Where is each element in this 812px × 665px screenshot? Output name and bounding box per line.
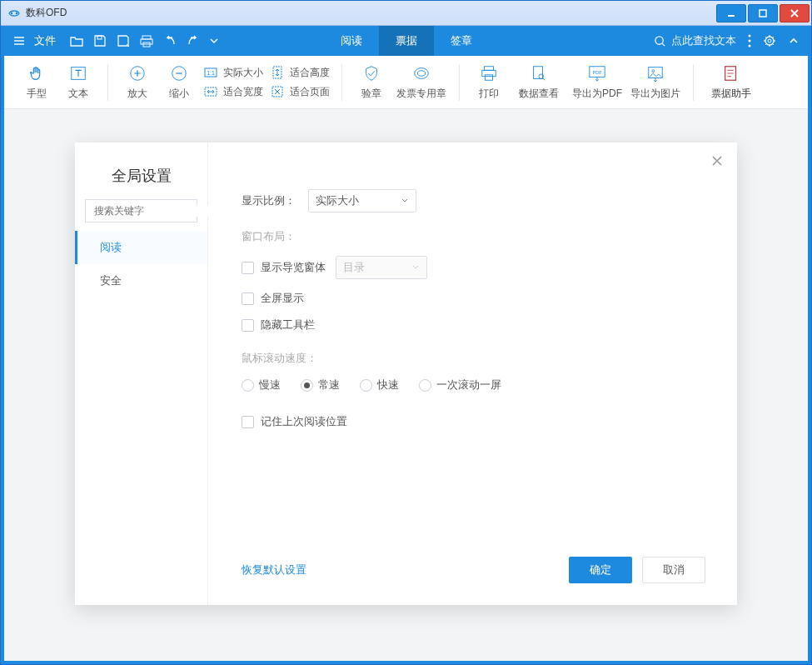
speed-fast[interactable]: 快速 (360, 378, 399, 392)
printer-icon (480, 64, 498, 82)
show-nav-checkbox[interactable] (242, 262, 254, 274)
modal-title: 全局设置 (75, 166, 207, 186)
ok-button[interactable]: 确定 (569, 557, 632, 583)
open-icon[interactable] (69, 33, 84, 48)
sidebar-item-read[interactable]: 阅读 (75, 231, 207, 264)
display-ratio-value: 实际大小 (316, 193, 359, 208)
svg-point-23 (417, 71, 425, 76)
tool-fit-page[interactable]: 适合页面 (270, 85, 330, 99)
svg-rect-2 (728, 15, 735, 17)
svg-text:PDF: PDF (593, 70, 603, 75)
tool-zoom-in[interactable]: 放大 (117, 59, 158, 106)
cancel-button[interactable]: 取消 (642, 557, 705, 583)
save-as-icon[interactable] (116, 33, 131, 48)
remember-position-checkbox[interactable] (242, 416, 254, 428)
speed-normal[interactable]: 常速 (301, 378, 340, 392)
tool-print[interactable]: 打印 (468, 59, 510, 106)
undo-icon[interactable] (162, 33, 177, 48)
svg-point-10 (749, 40, 751, 42)
svg-rect-26 (485, 75, 492, 80)
tab-seal[interactable]: 签章 (434, 26, 489, 56)
save-icon[interactable] (92, 33, 107, 48)
tool-invoice-seal[interactable]: 发票专用章 (392, 59, 451, 106)
search-placeholder-text: 点此查找文本 (671, 33, 736, 48)
svg-point-11 (749, 45, 751, 48)
svg-rect-24 (485, 67, 494, 71)
hide-toolbar-label: 隐藏工具栏 (261, 318, 315, 332)
tool-fit-height[interactable]: 适合高度 (270, 66, 330, 80)
dropdown-icon[interactable] (209, 36, 219, 46)
minimize-button[interactable] (716, 4, 746, 22)
tool-zoom-out-label: 缩小 (169, 87, 189, 101)
nav-select-value: 目录 (343, 260, 365, 275)
restore-defaults-link[interactable]: 恢复默认设置 (242, 562, 306, 578)
fit-width-icon (204, 85, 217, 98)
modal-close-button[interactable] (710, 154, 724, 168)
tool-zoom-in-label: 放大 (127, 87, 147, 101)
svg-point-9 (749, 35, 751, 38)
redo-icon[interactable] (186, 33, 201, 48)
svg-rect-25 (482, 70, 496, 76)
settings-gear-icon[interactable] (763, 34, 776, 48)
tool-ticket-helper[interactable]: 票据助手 (702, 59, 760, 106)
tool-export-pdf[interactable]: PDF 导出为PDF (568, 59, 626, 106)
zoom-in-icon (128, 64, 147, 82)
nav-select[interactable]: 目录 (336, 256, 427, 279)
mouse-scroll-label: 鼠标滚动速度： (242, 351, 704, 366)
seal-icon (412, 64, 431, 82)
more-icon[interactable] (748, 34, 751, 48)
speed-page[interactable]: 一次滚动一屏 (419, 378, 501, 392)
svg-point-32 (652, 70, 655, 72)
file-menu[interactable]: 文件 (34, 33, 56, 48)
chevron-down-icon (411, 263, 420, 272)
content-area: 全局设置 阅读 安全 显示比例： 实际大小 (4, 109, 808, 661)
fullscreen-checkbox[interactable] (242, 292, 254, 305)
print-icon[interactable] (139, 33, 154, 48)
pdf-icon: PDF (587, 64, 607, 82)
svg-point-12 (765, 37, 774, 45)
window-title: 数科OFD (26, 6, 67, 20)
settings-modal: 全局设置 阅读 安全 显示比例： 实际大小 (75, 142, 737, 605)
collapse-ribbon-icon[interactable] (788, 35, 800, 47)
menu-hamburger-icon[interactable] (12, 34, 26, 48)
actual-size-icon: 1:1 (204, 66, 217, 79)
tool-fit-width[interactable]: 适合宽度 (203, 85, 263, 99)
tool-verify[interactable]: 验章 (351, 59, 392, 106)
tool-hand[interactable]: 手型 (16, 59, 57, 106)
tool-zoom-out[interactable]: 缩小 (158, 59, 200, 106)
modal-search-input[interactable] (94, 205, 219, 217)
display-ratio-label: 显示比例： (242, 193, 308, 208)
svg-rect-3 (760, 10, 766, 17)
speed-slow[interactable]: 慢速 (242, 378, 281, 392)
tool-data-view[interactable]: 数据查看 (510, 59, 568, 106)
hide-toolbar-checkbox[interactable] (242, 319, 254, 332)
svg-rect-27 (534, 67, 543, 79)
search-text[interactable]: 点此查找文本 (654, 33, 736, 48)
tool-data-view-label: 数据查看 (519, 87, 559, 101)
svg-point-8 (655, 36, 663, 43)
app-logo-icon (7, 7, 21, 20)
tool-actual-size[interactable]: 1:1实际大小 (203, 66, 263, 80)
tool-export-img[interactable]: 导出为图片 (626, 59, 685, 106)
close-button[interactable] (780, 4, 810, 22)
menubar: 文件 阅读 票据 签章 点此查找文本 (4, 26, 808, 56)
tool-export-pdf-label: 导出为PDF (572, 87, 622, 101)
tool-invoice-seal-label: 发票专用章 (396, 87, 446, 101)
tool-ticket-helper-label: 票据助手 (711, 87, 751, 101)
tab-invoice[interactable]: 票据 (379, 26, 434, 56)
svg-text:1:1: 1:1 (207, 70, 215, 76)
tool-text[interactable]: 文本 (57, 59, 99, 106)
sidebar-item-security[interactable]: 安全 (75, 264, 207, 298)
display-ratio-select[interactable]: 实际大小 (308, 189, 416, 212)
svg-rect-5 (142, 36, 151, 39)
toolbar: 手型 文本 放大 缩小 1:1实际大小 适合宽度 适合高度 适合页面 (4, 56, 808, 109)
zoom-out-icon (170, 64, 188, 82)
main-tabs: 阅读 票据 签章 (324, 26, 489, 56)
modal-search[interactable] (85, 199, 197, 222)
chevron-down-icon (401, 197, 409, 205)
tab-read[interactable]: 阅读 (324, 26, 379, 56)
fit-height-icon (271, 66, 284, 79)
maximize-button[interactable] (748, 4, 778, 22)
fit-page-icon (271, 85, 284, 98)
window-layout-label: 窗口布局： (242, 229, 704, 244)
